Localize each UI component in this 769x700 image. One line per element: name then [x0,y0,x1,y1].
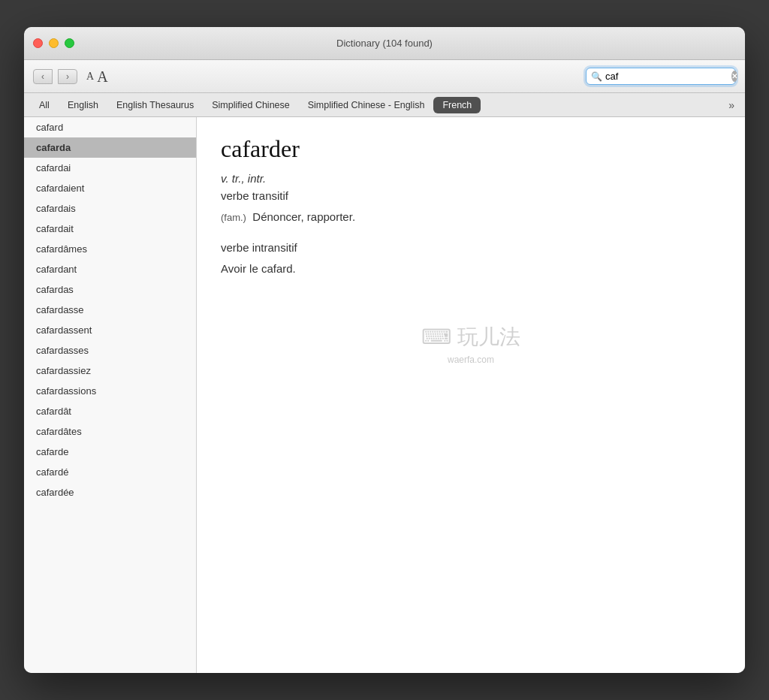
tabs-more-button[interactable]: » [724,98,739,113]
sidebar: cafard cafarda cafardai cafardaient cafa… [24,117,197,673]
sidebar-item-cafardames[interactable]: cafardâmes [24,239,196,259]
section2-title: verbe intransitif [221,241,721,254]
watermark: ⌨ 玩儿法 waerfa.com [221,323,721,365]
sidebar-item-cafardassions[interactable]: cafardassions [24,381,196,401]
font-decrease-button[interactable]: A [86,69,94,84]
watermark-logo: ⌨ 玩儿法 [221,323,721,352]
sidebar-item-cafardassent[interactable]: cafardassent [24,320,196,340]
sidebar-item-cafardaient[interactable]: cafardaient [24,178,196,198]
entry-pos: v. tr., intr. [221,172,721,185]
entry-title: cafarder [221,135,721,163]
font-increase-button[interactable]: A [97,69,107,84]
maximize-button[interactable] [65,38,74,48]
sidebar-item-cafarde[interactable]: cafarde [24,442,196,462]
sidebar-item-cafardasse[interactable]: cafardasse [24,300,196,320]
section1-def-text: Dénoncer, rapporter. [252,210,355,223]
sidebar-item-cafard[interactable]: cafard [24,117,196,137]
sidebar-item-cafardat[interactable]: cafardât [24,401,196,421]
watermark-url: waerfa.com [221,355,721,365]
tab-all[interactable]: All [30,97,59,113]
title-bar: Dictionary (104 found) [24,27,745,60]
sidebar-item-cafardais[interactable]: cafardais [24,198,196,219]
sidebar-item-cafardasses[interactable]: cafardasses [24,340,196,361]
sidebar-item-cafardait[interactable]: cafardait [24,219,196,239]
search-icon: 🔍 [591,71,602,82]
tab-simplified-chinese[interactable]: Simplified Chinese [203,97,299,113]
sidebar-item-cafardant[interactable]: cafardant [24,259,196,279]
sidebar-item-cafardas[interactable]: cafardas [24,279,196,300]
main-content: cafard cafarda cafardai cafardaient cafa… [24,117,745,673]
section1-title: verbe transitif [221,189,721,202]
forward-button[interactable]: › [58,69,77,84]
tab-bar: All English English Thesaurus Simplified… [24,93,745,117]
sidebar-item-cafarda[interactable]: cafarda [24,137,196,158]
app-window: Dictionary (104 found) ‹ › A A 🔍 ✕ All E… [24,27,745,673]
tab-simplified-chinese-english[interactable]: Simplified Chinese - English [299,97,434,113]
minimize-button[interactable] [49,38,59,48]
sidebar-item-cafarde-accent[interactable]: cafardé [24,462,196,482]
search-container: 🔍 ✕ [586,68,736,85]
section2-definition: Avoir le cafard. [221,260,721,278]
back-button[interactable]: ‹ [33,69,53,84]
toolbar: ‹ › A A 🔍 ✕ [24,60,745,93]
tab-english[interactable]: English [59,97,107,113]
font-size-controls: A A [86,69,108,84]
sidebar-item-cafardee[interactable]: cafardée [24,482,196,502]
search-clear-button[interactable]: ✕ [731,71,737,82]
tab-english-thesaurus[interactable]: English Thesaurus [107,97,203,113]
search-input[interactable] [605,71,731,82]
sidebar-item-cafardates[interactable]: cafardâtes [24,421,196,442]
sidebar-item-cafardassiez[interactable]: cafardassiez [24,361,196,381]
sidebar-item-cafardai[interactable]: cafardai [24,158,196,178]
detail-panel: cafarder v. tr., intr. verbe transitif (… [197,117,745,673]
section1-fam-label: (fam.) [221,212,246,223]
tab-french[interactable]: French [433,97,481,113]
traffic-lights [33,38,74,48]
window-title: Dictionary (104 found) [336,38,433,49]
section1-definition: (fam.) Dénoncer, rapporter. [221,208,721,226]
section2: verbe intransitif Avoir le cafard. [221,241,721,278]
close-button[interactable] [33,38,43,48]
